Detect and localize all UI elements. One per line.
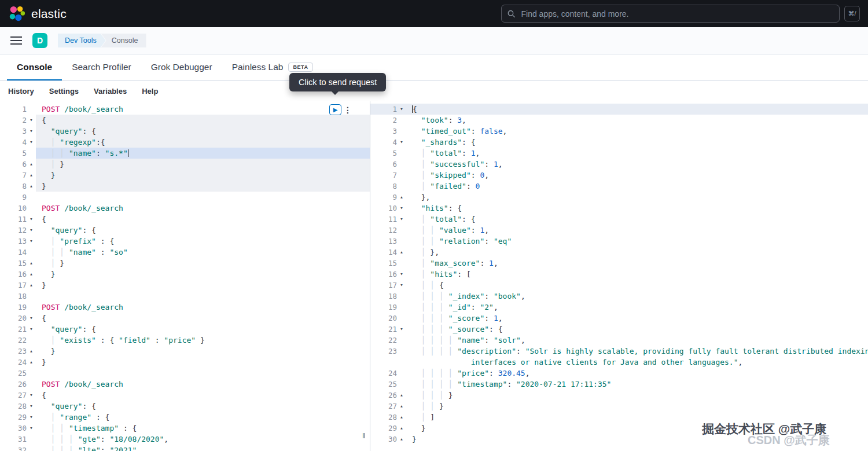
code-line[interactable]: { — [36, 115, 370, 126]
breadcrumb-console[interactable]: Console — [101, 34, 146, 47]
code-line[interactable]: │ │ } — [406, 401, 868, 412]
send-request-button[interactable]: ▶ — [329, 104, 341, 115]
fold-marker-icon[interactable]: ▴ — [397, 390, 406, 401]
tab-search-profiler[interactable]: Search Profiler — [62, 54, 141, 80]
code-line[interactable]: } — [36, 357, 370, 368]
code-line[interactable]: │ │ "value": 1, — [406, 225, 868, 236]
code-line[interactable]: "query": { — [36, 401, 370, 412]
code-line[interactable]: │ │ "name": "s.*" — [36, 148, 370, 159]
code-line[interactable] — [36, 192, 370, 203]
code-line[interactable]: │ "hits": [ — [406, 269, 868, 280]
fold-marker-icon[interactable]: ▾ — [27, 225, 36, 236]
tab-grok-debugger[interactable]: Grok Debugger — [141, 54, 222, 80]
brand-home-link[interactable]: elastic — [8, 5, 67, 23]
code-line[interactable]: POST /book/_search — [36, 379, 370, 390]
code-line[interactable]: { — [36, 313, 370, 324]
code-line[interactable]: │ │ │ "_score": 1, — [406, 313, 868, 324]
code-line[interactable]: } — [36, 181, 370, 192]
fold-marker-icon[interactable]: ▾ — [27, 412, 36, 423]
code-line[interactable]: "query": { — [36, 225, 370, 236]
code-line[interactable]: "hits": { — [406, 203, 868, 214]
fold-marker-icon[interactable]: ▾ — [27, 324, 36, 335]
code-line[interactable]: │ "total": 1, — [406, 148, 868, 159]
fold-marker-icon[interactable]: ▴ — [27, 346, 36, 357]
code-line[interactable]: │ } — [36, 159, 370, 170]
code-line[interactable]: │ "range" : { — [36, 412, 370, 423]
code-line[interactable]: │ }, — [406, 247, 868, 258]
fold-marker-icon[interactable]: ▴ — [27, 280, 36, 291]
code-line[interactable]: │ │ { — [406, 280, 868, 291]
fold-marker-icon[interactable]: ▾ — [27, 126, 36, 137]
fold-marker-icon[interactable]: ▾ — [397, 203, 406, 214]
code-line[interactable]: "timed_out": false, — [406, 126, 868, 137]
fold-marker-icon[interactable]: ▴ — [27, 357, 36, 368]
fold-marker-icon[interactable]: ▴ — [27, 170, 36, 181]
fold-marker-icon[interactable]: ▴ — [397, 423, 406, 434]
fold-marker-icon[interactable]: ▾ — [27, 236, 36, 247]
fold-marker-icon[interactable]: ▾ — [397, 137, 406, 148]
code-line[interactable]: │ "prefix" : { — [36, 236, 370, 247]
menu-item-variables[interactable]: Variables — [94, 87, 127, 96]
code-line[interactable]: │ │ │ "_source": { — [406, 324, 868, 335]
request-options-icon[interactable]: ⋮ — [344, 104, 352, 115]
code-line[interactable]: │ │ │ "lte": "2021", — [36, 445, 370, 451]
code-line[interactable]: │ │ "timestamp" : { — [36, 423, 370, 434]
code-line[interactable]: │ │ │ │ "description": "Solr is highly s… — [406, 346, 868, 357]
code-line[interactable]: { — [36, 390, 370, 401]
global-search-box[interactable] — [501, 5, 840, 23]
code-line[interactable]: │ │ "name" : "so" — [36, 247, 370, 258]
fold-marker-icon[interactable]: ▾ — [397, 324, 406, 335]
menu-item-history[interactable]: History — [8, 87, 34, 96]
fold-marker-icon[interactable]: ▾ — [27, 313, 36, 324]
breadcrumb-dev-tools[interactable]: Dev Tools — [58, 34, 106, 47]
code-line[interactable]: │ "regexp":{ — [36, 137, 370, 148]
fold-marker-icon[interactable]: ▾ — [397, 214, 406, 225]
fold-marker-icon[interactable]: ▴ — [27, 258, 36, 269]
code-line[interactable]: │ "skipped": 0, — [406, 170, 868, 181]
code-line[interactable]: │ │ │ "_index": "book", — [406, 291, 868, 302]
code-line[interactable]: │ │ │ } — [406, 390, 868, 401]
pane-resizer[interactable]: ‖ — [362, 431, 365, 440]
code-line[interactable]: │ │ │ "gte": "18/08/2020", — [36, 434, 370, 445]
fold-marker-icon[interactable]: ▾ — [397, 269, 406, 280]
code-line[interactable]: "query": { — [36, 126, 370, 137]
fold-marker-icon[interactable]: ▾ — [27, 214, 36, 225]
code-line[interactable]: } — [36, 346, 370, 357]
fold-marker-icon[interactable]: ▾ — [397, 104, 406, 115]
search-input[interactable] — [520, 9, 833, 19]
code-line[interactable]: │ │ │ │ "price": 320.45, — [406, 368, 868, 379]
space-badge[interactable]: D — [32, 33, 47, 48]
code-line[interactable]: │ } — [36, 258, 370, 269]
code-line[interactable]: POST /book/_search — [36, 203, 370, 214]
code-line[interactable]: } — [36, 280, 370, 291]
menu-item-settings[interactable]: Settings — [49, 87, 79, 96]
fold-marker-icon[interactable]: ▴ — [397, 434, 406, 445]
menu-icon[interactable] — [10, 36, 22, 45]
code-line[interactable]: }, — [406, 192, 868, 203]
code-line[interactable]: "took": 3, — [406, 115, 868, 126]
fold-marker-icon[interactable]: ▴ — [397, 412, 406, 423]
fold-marker-icon[interactable]: ▴ — [397, 192, 406, 203]
fold-marker-icon[interactable]: ▴ — [27, 159, 36, 170]
fold-marker-icon[interactable]: ▴ — [397, 247, 406, 258]
code-line[interactable]: POST /book/_search — [36, 104, 370, 115]
code-line[interactable]: │ │ "relation": "eq" — [406, 236, 868, 247]
code-line[interactable]: { — [406, 104, 868, 115]
fold-marker-icon[interactable]: ▾ — [27, 423, 36, 434]
fold-marker-icon[interactable]: ▾ — [27, 115, 36, 126]
code-line[interactable] — [36, 291, 370, 302]
code-line[interactable]: { — [36, 214, 370, 225]
code-line[interactable]: │ "successful": 1, — [406, 159, 868, 170]
code-line[interactable]: │ "failed": 0 — [406, 181, 868, 192]
code-line[interactable]: "query": { — [36, 324, 370, 335]
code-line[interactable]: POST /book/_search — [36, 302, 370, 313]
fold-marker-icon[interactable]: ▴ — [397, 401, 406, 412]
menu-item-help[interactable]: Help — [142, 87, 158, 96]
tab-console[interactable]: Console — [7, 54, 62, 80]
fold-marker-icon[interactable]: ▾ — [27, 137, 36, 148]
code-line[interactable]: │ "exists" : { "field" : "price" } — [36, 335, 370, 346]
fold-marker-icon[interactable]: ▴ — [27, 269, 36, 280]
fold-marker-icon[interactable]: ▾ — [397, 280, 406, 291]
code-line[interactable]: │ │ │ "_id": "2", — [406, 302, 868, 313]
code-line[interactable]: │ "max_score": 1, — [406, 258, 868, 269]
